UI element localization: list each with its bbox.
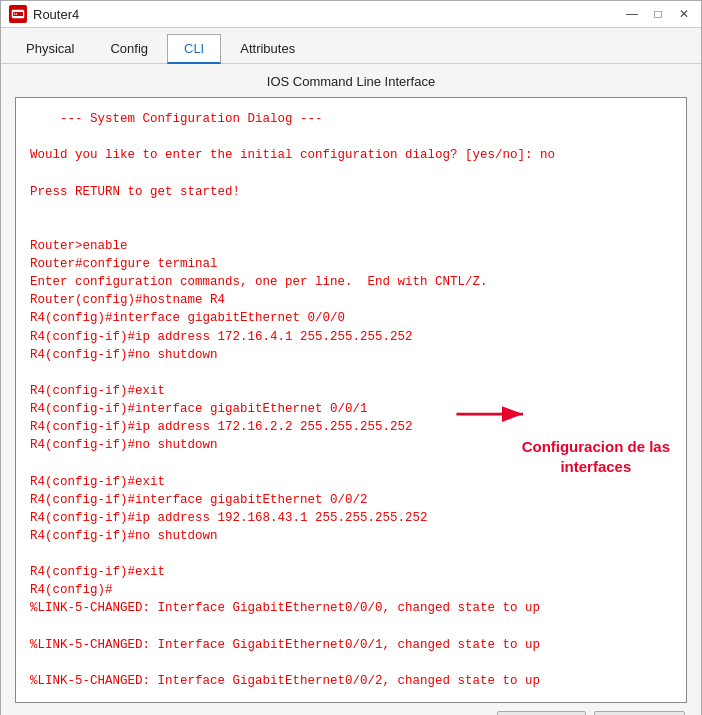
svg-point-2 <box>14 13 16 15</box>
tab-cli[interactable]: CLI <box>167 34 221 64</box>
maximize-button[interactable]: □ <box>649 5 667 23</box>
tab-physical[interactable]: Physical <box>9 34 91 63</box>
tab-bar: Physical Config CLI Attributes <box>1 28 701 64</box>
close-button[interactable]: ✕ <box>675 5 693 23</box>
paste-button[interactable]: Paste <box>594 711 685 715</box>
main-window: Router4 — □ ✕ Physical Config CLI Attrib… <box>0 0 702 715</box>
window-controls: — □ ✕ <box>623 5 693 23</box>
router-icon <box>9 5 27 23</box>
copy-button[interactable]: Copy <box>497 711 585 715</box>
terminal-wrapper: --- System Configuration Dialog --- Woul… <box>15 97 687 703</box>
tab-attributes[interactable]: Attributes <box>223 34 312 63</box>
terminal-output[interactable]: --- System Configuration Dialog --- Woul… <box>16 98 686 702</box>
button-bar: Copy Paste <box>15 703 687 715</box>
minimize-button[interactable]: — <box>623 5 641 23</box>
ios-title: IOS Command Line Interface <box>15 74 687 89</box>
title-bar: Router4 — □ ✕ <box>1 1 701 28</box>
tab-config[interactable]: Config <box>93 34 165 63</box>
svg-point-3 <box>16 13 18 15</box>
content-area: IOS Command Line Interface --- System Co… <box>1 64 701 715</box>
window-title: Router4 <box>33 7 623 22</box>
